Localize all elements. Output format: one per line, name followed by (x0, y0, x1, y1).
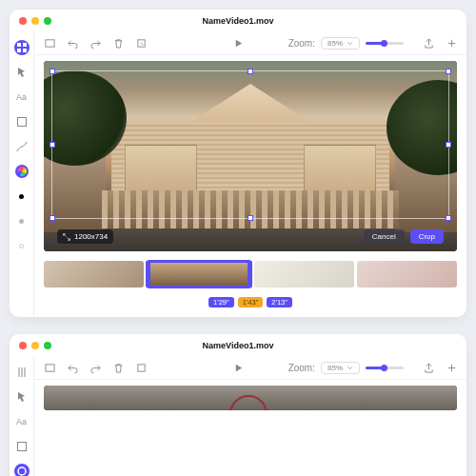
crop-handle-tr[interactable] (446, 69, 451, 74)
play-icon[interactable] (232, 363, 244, 374)
clip-thumbnail[interactable] (44, 261, 144, 288)
chevron-down-icon (347, 40, 353, 47)
aspect-icon[interactable] (44, 38, 55, 50)
svg-rect-3 (23, 49, 27, 52)
crop-actions: Cancel Crop (364, 229, 444, 244)
zoom-value: 85% (327, 364, 343, 372)
color-swatch-black[interactable] (14, 188, 30, 204)
share-icon[interactable] (423, 363, 434, 374)
cursor-tool-icon[interactable] (14, 65, 30, 80)
window-title: NameVideo1.mov (10, 16, 466, 26)
minimize-window-button[interactable] (31, 17, 39, 25)
crop-selection[interactable] (51, 70, 449, 219)
tool-sidebar: Aa (10, 32, 34, 317)
redo-icon[interactable] (89, 363, 101, 374)
main-area: Zoom: 85% (34, 357, 466, 476)
video-stage[interactable]: 1200x734 Cancel Crop (44, 61, 457, 251)
resize-icon (63, 233, 70, 241)
svg-point-8 (18, 467, 26, 475)
svg-rect-9 (45, 365, 53, 371)
export-icon[interactable] (135, 363, 147, 374)
timeline-filmstrip (34, 255, 466, 297)
svg-rect-2 (17, 49, 21, 52)
dimensions-pill: 1200x734 (57, 229, 113, 244)
crop-handle-tl[interactable] (50, 69, 55, 74)
color-wheel-icon[interactable] (14, 164, 30, 179)
export-icon[interactable] (135, 38, 147, 50)
svg-rect-0 (17, 43, 21, 47)
add-icon[interactable] (446, 363, 457, 374)
clip-thumbnail[interactable] (357, 261, 457, 288)
grid-tool-icon[interactable] (14, 365, 30, 380)
grid-tool-icon[interactable] (14, 40, 30, 55)
svg-rect-5 (45, 40, 53, 47)
zoom-window-button[interactable] (44, 342, 51, 349)
crop-handle-bl[interactable] (50, 215, 55, 221)
svg-rect-1 (23, 43, 27, 47)
play-icon[interactable] (232, 38, 244, 50)
trash-icon[interactable] (112, 363, 124, 374)
titlebar: NameVideo1.mov (10, 334, 466, 357)
crop-button[interactable]: Crop (410, 229, 444, 244)
add-icon[interactable] (446, 38, 457, 50)
editor-window-crop: NameVideo1.mov Aa Zoom: (10, 10, 466, 317)
top-toolbar: Zoom: 85% (34, 357, 466, 380)
aspect-icon[interactable] (44, 363, 55, 374)
close-window-button[interactable] (19, 17, 27, 25)
undo-icon[interactable] (67, 363, 78, 374)
canvas-area: 1200x734 Cancel Crop (34, 55, 466, 255)
clip-thumbnail-selected[interactable] (147, 261, 250, 288)
traffic-lights (19, 17, 51, 25)
crop-handle-br[interactable] (446, 215, 451, 221)
shape-tool-icon[interactable] (14, 439, 30, 454)
clip-thumbnail[interactable] (254, 261, 354, 288)
svg-rect-7 (17, 443, 26, 451)
tool-sidebar: Aa (10, 357, 34, 476)
time-marker-active[interactable]: 1'43" (238, 297, 264, 307)
undo-icon[interactable] (67, 38, 78, 50)
time-marker[interactable]: 2'13" (267, 297, 292, 307)
editor-window-annotate: NameVideo1.mov Aa Zoom: 85 (10, 334, 466, 476)
timeline-markers: 1'29" 1'43" 2'13" (34, 297, 466, 317)
titlebar: NameVideo1.mov (10, 10, 466, 32)
svg-rect-10 (137, 365, 144, 371)
text-tool-icon[interactable]: Aa (14, 414, 30, 429)
trash-icon[interactable] (112, 38, 124, 50)
zoom-dropdown[interactable]: 85% (321, 362, 360, 374)
zoom-slider[interactable] (366, 367, 404, 369)
pen-tool-icon[interactable] (14, 139, 30, 154)
traffic-lights (19, 342, 51, 349)
circle-tool-icon[interactable] (14, 464, 30, 476)
zoom-control: Zoom: 85% (288, 37, 404, 50)
zoom-slider[interactable] (366, 42, 404, 45)
color-swatch-white[interactable] (14, 238, 30, 253)
color-swatch-gray[interactable] (14, 213, 30, 228)
share-icon[interactable] (423, 38, 434, 50)
text-tool-icon[interactable]: Aa (14, 89, 30, 105)
zoom-value: 85% (327, 39, 343, 48)
top-toolbar: Zoom: 85% (34, 32, 466, 55)
zoom-control: Zoom: 85% (288, 362, 404, 374)
crop-handle-tc[interactable] (248, 69, 253, 74)
redo-icon[interactable] (89, 38, 101, 50)
canvas-area (34, 380, 466, 410)
main-area: Zoom: 85% (34, 32, 466, 317)
zoom-label: Zoom: (288, 38, 315, 49)
cursor-tool-icon[interactable] (14, 389, 30, 405)
zoom-window-button[interactable] (44, 17, 51, 25)
time-marker[interactable]: 1'29" (208, 297, 234, 307)
crop-handle-ml[interactable] (50, 142, 55, 148)
dimensions-text: 1200x734 (74, 232, 108, 241)
shape-tool-icon[interactable] (14, 114, 30, 129)
chevron-down-icon (347, 365, 353, 371)
crop-handle-bc[interactable] (248, 215, 253, 221)
svg-rect-4 (17, 118, 26, 127)
close-window-button[interactable] (19, 342, 27, 349)
window-title: NameVideo1.mov (10, 341, 466, 350)
crop-handle-mr[interactable] (446, 142, 451, 148)
video-stage[interactable] (44, 386, 457, 410)
cancel-button[interactable]: Cancel (364, 229, 405, 244)
zoom-dropdown[interactable]: 85% (321, 37, 360, 50)
minimize-window-button[interactable] (31, 342, 39, 349)
zoom-label: Zoom: (288, 363, 315, 373)
